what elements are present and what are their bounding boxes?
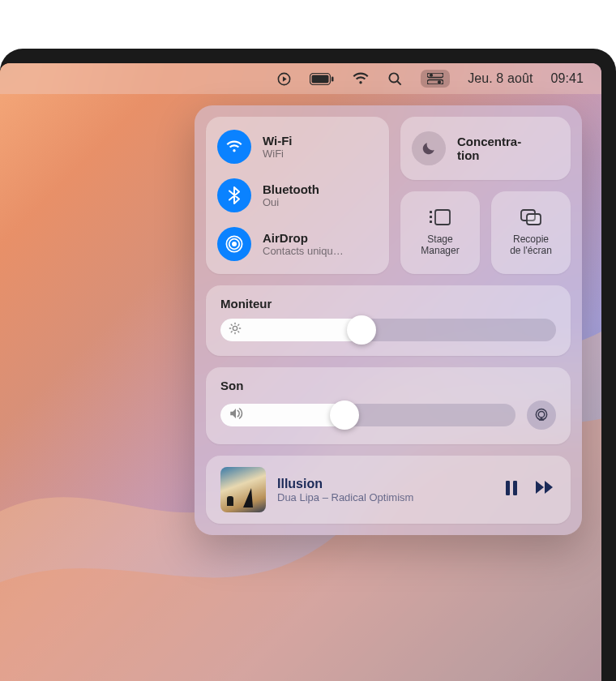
svg-point-4 <box>390 73 399 82</box>
display-tile[interactable]: Moniteur <box>206 285 571 356</box>
control-center-menubar-icon[interactable] <box>421 70 450 88</box>
svg-line-27 <box>238 324 239 325</box>
bluetooth-title: Bluetooth <box>263 182 378 196</box>
menubar: Jeu. 8 août 09:41 <box>0 63 601 94</box>
svg-point-29 <box>538 411 545 418</box>
wifi-icon <box>217 130 251 164</box>
display-slider-thumb[interactable] <box>347 315 376 345</box>
svg-rect-18 <box>527 214 541 225</box>
svg-rect-16 <box>435 210 450 225</box>
sound-title: Son <box>220 379 556 392</box>
next-track-button[interactable] <box>535 480 556 499</box>
stage-manager-tile[interactable]: Stage Manager <box>400 191 480 274</box>
volume-icon <box>229 407 243 423</box>
album-art <box>220 467 266 512</box>
svg-point-9 <box>438 80 441 84</box>
wifi-toggle[interactable]: Wi-Fi WiFi <box>217 130 378 164</box>
battery-icon[interactable] <box>310 73 334 85</box>
svg-rect-31 <box>513 481 517 495</box>
svg-line-25 <box>238 332 239 332</box>
svg-line-26 <box>231 332 232 332</box>
now-playing-menubar-icon[interactable] <box>276 71 292 87</box>
screen-mirroring-icon <box>520 208 542 229</box>
connectivity-tile[interactable]: Wi-Fi WiFi Bluetooth Oui <box>206 117 389 274</box>
screen: Jeu. 8 août 09:41 Wi-Fi WiFi <box>0 63 601 681</box>
airdrop-icon <box>217 227 251 261</box>
stage-manager-icon <box>429 208 451 229</box>
bluetooth-toggle[interactable]: Bluetooth Oui <box>217 178 378 212</box>
airdrop-toggle[interactable]: AirDrop Contacts uniqu… <box>217 227 378 261</box>
display-slider[interactable] <box>220 319 556 341</box>
airplay-icon <box>533 407 550 423</box>
wifi-menubar-icon[interactable] <box>352 72 370 85</box>
svg-point-19 <box>233 326 237 330</box>
svg-point-10 <box>232 242 237 246</box>
svg-rect-14 <box>430 216 432 218</box>
focus-label: Concentra- tion <box>457 135 521 163</box>
brightness-icon <box>229 322 242 338</box>
now-playing-tile[interactable]: Illusion Dua Lipa – Radical Optimism <box>206 456 571 524</box>
svg-line-5 <box>397 81 400 84</box>
sound-tile[interactable]: Son <box>206 367 571 444</box>
airdrop-title: AirDrop <box>263 231 378 245</box>
svg-line-24 <box>231 324 232 325</box>
svg-point-7 <box>430 74 433 77</box>
bluetooth-icon <box>217 178 251 212</box>
stage-manager-label: Stage Manager <box>421 234 459 257</box>
laptop-frame: Jeu. 8 août 09:41 Wi-Fi WiFi <box>0 49 616 681</box>
svg-rect-30 <box>506 481 510 495</box>
svg-rect-15 <box>430 221 432 223</box>
sound-slider-thumb[interactable] <box>330 400 359 430</box>
focus-tile[interactable]: Concentra- tion <box>400 117 571 180</box>
track-subtitle: Dua Lipa – Radical Optimism <box>277 491 493 503</box>
track-title: Illusion <box>277 477 493 491</box>
svg-rect-2 <box>312 75 329 83</box>
airplay-audio-button[interactable] <box>527 400 556 430</box>
svg-rect-13 <box>430 211 432 213</box>
screen-mirroring-tile[interactable]: Recopie de l'écran <box>491 191 571 274</box>
moon-icon <box>412 131 446 165</box>
sound-slider[interactable] <box>220 404 515 426</box>
airdrop-status: Contacts uniqu… <box>263 245 378 257</box>
menubar-date[interactable]: Jeu. 8 août <box>468 71 533 86</box>
wifi-status: WiFi <box>263 148 378 160</box>
svg-rect-3 <box>332 76 334 81</box>
control-center-panel: Wi-Fi WiFi Bluetooth Oui <box>195 105 582 535</box>
spotlight-icon[interactable] <box>387 71 403 87</box>
menubar-time[interactable]: 09:41 <box>550 71 584 86</box>
bluetooth-status: Oui <box>263 196 378 208</box>
display-title: Moniteur <box>220 297 556 311</box>
pause-button[interactable] <box>504 480 519 499</box>
screen-mirroring-label: Recopie de l'écran <box>510 234 552 257</box>
wifi-title: Wi-Fi <box>263 134 378 148</box>
